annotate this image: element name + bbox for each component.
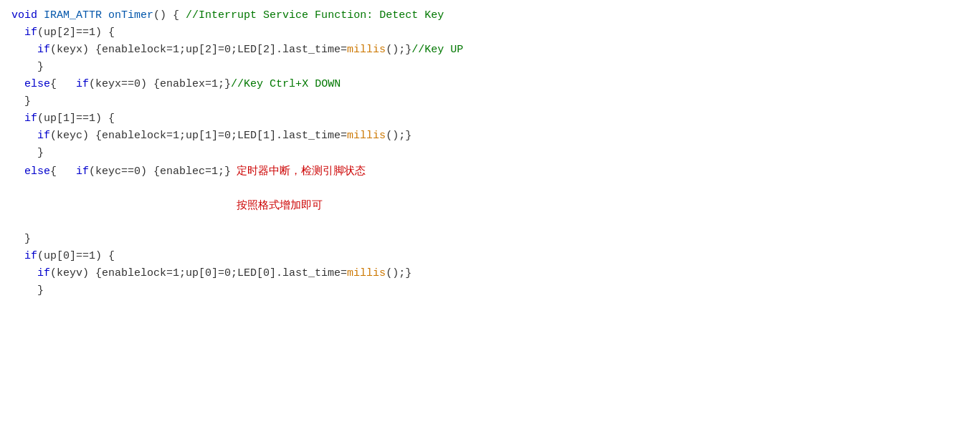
code-token: if: [24, 250, 37, 262]
code-line: if(up[2]==1) {: [11, 24, 969, 42]
code-line: if(keyx) {enablelock=1;up[2]=0;LED[2].la…: [11, 42, 969, 59]
annotation-text: 按照格式增加即可: [237, 196, 366, 214]
code-token: if: [76, 166, 89, 178]
code-text: else{ if(keyc==0) {enablec=1;}: [11, 163, 231, 181]
code-token: [11, 166, 24, 178]
code-line: if(keyc) {enablelock=1;up[1]=0;LED[1].la…: [11, 128, 969, 145]
code-token: [11, 112, 24, 125]
code-token: (up[0]==1) {: [37, 250, 115, 262]
code-token: //Interrupt Service Function: Detect Key: [186, 9, 444, 21]
annotation-block: 定时器中断，检测引脚状态按照格式增加即可: [237, 162, 366, 231]
code-token: }: [11, 147, 44, 159]
code-text: }: [11, 145, 44, 162]
code-token: }: [11, 284, 44, 297]
code-token: IRAM_ATTR: [44, 9, 102, 21]
code-token: ();}: [386, 267, 411, 279]
code-text: }: [11, 93, 31, 110]
code-token: (keyv) {enablelock=1;up[0]=0;LED[0].last…: [50, 267, 347, 279]
code-token: ();}: [386, 130, 411, 142]
code-line: }: [11, 145, 969, 162]
code-token: else: [24, 166, 50, 178]
code-text: void IRAM_ATTR onTimer() { //Interrupt S…: [11, 7, 444, 24]
code-token: [11, 27, 24, 39]
code-token: if: [76, 78, 89, 90]
code-container: void IRAM_ATTR onTimer() { //Interrupt S…: [0, 0, 980, 422]
code-line: }: [11, 59, 969, 76]
code-line: if(up[1]==1) {: [11, 110, 969, 128]
code-token: (keyc) {enablelock=1;up[1]=0;LED[1].last…: [50, 130, 347, 142]
code-text: }: [11, 59, 44, 76]
code-token: (up[2]==1) {: [37, 27, 115, 39]
code-token: (keyx==0) {enablex=1;}: [89, 78, 231, 90]
code-text: if(up[0]==1) {: [11, 248, 115, 265]
code-line: if(up[0]==1) {: [11, 248, 969, 265]
code-token: {: [50, 166, 76, 178]
code-token: }: [11, 61, 44, 73]
annotation-text: 定时器中断，检测引脚状态: [237, 162, 366, 179]
code-token: //Key UP: [411, 44, 463, 56]
code-token: [102, 9, 108, 21]
code-text: if(keyx) {enablelock=1;up[2]=0;LED[2].la…: [11, 42, 463, 59]
code-token: }: [11, 95, 31, 107]
code-token: {: [50, 78, 76, 90]
code-token: (up[1]==1) {: [37, 112, 115, 125]
code-token: //Key Ctrl+X DOWN: [231, 78, 341, 90]
code-token: millis: [347, 44, 386, 56]
code-text: else{ if(keyx==0) {enablex=1;}//Key Ctrl…: [11, 76, 341, 93]
code-line: else{ if(keyx==0) {enablex=1;}//Key Ctrl…: [11, 76, 969, 93]
code-text: if(up[2]==1) {: [11, 24, 115, 42]
code-line: }: [11, 231, 969, 248]
code-token: else: [24, 78, 50, 90]
code-token: if: [37, 267, 50, 279]
code-token: onTimer: [108, 9, 153, 21]
code-line: }: [11, 282, 969, 299]
code-line: else{ if(keyc==0) {enablec=1;}定时器中断，检测引脚…: [11, 162, 969, 231]
code-token: [11, 130, 37, 142]
code-token: [11, 267, 37, 279]
code-token: (keyx) {enablelock=1;up[2]=0;LED[2].last…: [50, 44, 347, 56]
code-token: millis: [347, 267, 386, 279]
code-token: [37, 9, 44, 21]
code-text: if(keyv) {enablelock=1;up[0]=0;LED[0].la…: [11, 265, 411, 282]
code-text: if(up[1]==1) {: [11, 110, 115, 128]
code-token: if: [37, 130, 50, 142]
code-text: }: [11, 282, 44, 299]
code-token: () {: [153, 9, 186, 21]
code-line: if(keyv) {enablelock=1;up[0]=0;LED[0].la…: [11, 265, 969, 282]
code-token: if: [37, 44, 50, 56]
code-text: }: [11, 231, 31, 248]
code-line: void IRAM_ATTR onTimer() { //Interrupt S…: [11, 7, 969, 24]
code-token: [11, 44, 37, 56]
code-token: if: [24, 112, 37, 125]
code-token: millis: [347, 130, 386, 142]
code-token: void: [11, 9, 37, 21]
code-token: }: [11, 233, 31, 245]
code-token: [11, 78, 24, 90]
code-token: (keyc==0) {enablec=1;}: [89, 166, 231, 178]
code-token: if: [24, 27, 37, 39]
code-token: ();}: [386, 44, 411, 56]
code-line: }: [11, 93, 969, 110]
code-text: if(keyc) {enablelock=1;up[1]=0;LED[1].la…: [11, 128, 411, 145]
code-token: [11, 250, 24, 262]
